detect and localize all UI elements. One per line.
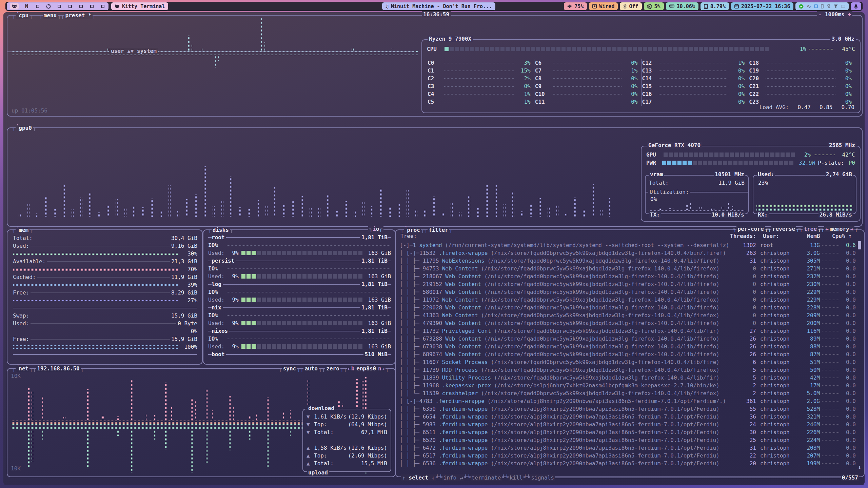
net-zero-button[interactable]: zero xyxy=(325,365,340,372)
process-row[interactable]: │ [-]─4783.ferdium-wrappe(/nix/store/a1p… xyxy=(400,397,856,405)
process-panel-title: ⁴proc xyxy=(404,227,421,233)
process-row[interactable]: │ │ ├─ 11972Web Content(/nix/store/fqadd… xyxy=(400,296,856,304)
process-row[interactable]: │ │ ├─ 673038Web Content(/nix/store/fqad… xyxy=(400,343,856,350)
workspace-5[interactable] xyxy=(56,3,62,9)
process-row[interactable]: │ │ ├─ 219152Web Content(/nix/store/fqad… xyxy=(400,280,856,288)
process-row[interactable]: │ │ ├─ 6517.ferdium-wrappe(/nix/store/a1… xyxy=(400,452,856,460)
tray-app-icon[interactable] xyxy=(814,4,818,8)
info-action[interactable]: info ↵ xyxy=(442,474,464,481)
sort-prev-button[interactable]: ← xyxy=(824,226,830,232)
process-scrollbar-thumb[interactable] xyxy=(858,241,861,249)
kill-action[interactable]: kill xyxy=(509,474,524,481)
select-down-arrow[interactable]: ↓ xyxy=(432,474,435,481)
net-prev-iface-button[interactable]: ←b xyxy=(347,365,355,372)
ram-icon xyxy=(669,4,674,8)
update-interval-control[interactable]: - 1000ms + xyxy=(817,11,852,18)
reverse-toggle[interactable]: reverse xyxy=(771,226,796,232)
tray-funnel-icon[interactable] xyxy=(834,4,838,8)
net-auto-button[interactable]: auto xyxy=(303,365,319,372)
signals-action[interactable]: signals xyxy=(530,474,555,481)
process-row[interactable]: [-]─1systemd(/run/current-system/systemd… xyxy=(400,241,856,249)
user-column-header[interactable]: User: xyxy=(763,233,779,239)
memory-indicator[interactable]: 30.06% xyxy=(666,2,698,10)
tree-toggle[interactable]: tree xyxy=(803,226,818,232)
sort-column-label: memory xyxy=(830,226,849,232)
tray-check-icon[interactable] xyxy=(799,4,804,9)
process-row[interactable]: │ │ ├─ 6520.ferdium-wrappe(/nix/store/a1… xyxy=(400,436,856,444)
process-row[interactable]: │ │ ├─ 673288Web Content(/nix/store/fqad… xyxy=(400,335,856,343)
network-indicator[interactable]: Wired xyxy=(589,2,618,10)
menu-button[interactable]: menu xyxy=(43,12,58,19)
bluetooth-indicator[interactable]: Off xyxy=(620,2,642,10)
core-cell: C115% xyxy=(427,67,534,75)
cpu-panel-title: ¹cpu xyxy=(16,12,30,19)
clock-indicator[interactable]: 2025-07-22 16:36 xyxy=(731,2,794,10)
tray-key-icon[interactable] xyxy=(827,4,831,8)
process-footer: ↑ select ↓ ┘└ info ↵ ┘└ terminate ┘└ kil… xyxy=(401,474,859,481)
process-row[interactable]: │ │ ├─ 6472.ferdium-wrappe(/nix/store/a1… xyxy=(400,444,856,452)
notification-button[interactable] xyxy=(851,2,861,10)
workspace-3[interactable] xyxy=(35,3,40,9)
select-up-arrow[interactable]: ↑ xyxy=(402,474,406,481)
process-row[interactable]: │ │ ├─ 218067Web Content(/nix/store/fqad… xyxy=(400,272,856,280)
core-cell: C220% xyxy=(748,90,855,98)
net-next-iface-button[interactable]: n→ xyxy=(377,365,386,372)
threads-column-header[interactable]: Threads: xyxy=(730,233,756,239)
active-window-button[interactable]: Kitty Terminal xyxy=(111,2,168,10)
tray-keyboard-icon[interactable] xyxy=(841,5,845,8)
interval-increase-button[interactable]: + xyxy=(848,11,851,18)
memory-row: Cached:11,9 GiB xyxy=(13,273,197,281)
terminate-action[interactable]: terminate xyxy=(471,474,502,481)
core-cell: C200% xyxy=(748,75,855,82)
workspace-kitty-icon[interactable] xyxy=(10,3,19,9)
process-row[interactable]: │ │ ├─ 6536.ferdium-wrappe(/nix/store/a1… xyxy=(400,460,856,467)
process-row[interactable]: │ [-]─11532.firefox-wrappe(/nix/store/fq… xyxy=(400,249,856,257)
disk-indicator[interactable]: 8.79% xyxy=(701,2,729,10)
mem-column-header[interactable]: MemB xyxy=(807,233,820,239)
cpu-column-header[interactable]: Cpu% ↑ xyxy=(832,233,852,239)
volume-indicator[interactable]: 75% xyxy=(564,2,587,10)
process-row[interactable]: │ │ └─ 11539crashhelper(/nix/store/fqadd… xyxy=(400,389,856,397)
select-action[interactable]: select xyxy=(409,474,428,481)
filter-button[interactable]: filter xyxy=(428,227,449,233)
process-row[interactable]: │ │ ├─ 11739RDD Process(/nix/store/fqadd… xyxy=(400,366,856,374)
process-row[interactable]: │ │ ├─ 580017Web Content(/nix/store/fqad… xyxy=(400,288,856,296)
workspace-refresh-icon[interactable] xyxy=(45,3,51,9)
process-row[interactable]: │ │ ├─ 479390Web Content(/nix/store/fqad… xyxy=(400,319,856,327)
system-tray[interactable]: ∿ xyxy=(795,2,849,10)
process-row[interactable]: │ │ ├─ 6350.ferdium-wrappe(/nix/store/a1… xyxy=(400,405,856,413)
tree-column-header[interactable]: Tree: xyxy=(400,233,417,239)
status-bar: N Kitty Terminal ♫ Minuit Machine - Don'… xyxy=(5,2,863,11)
interval-decrease-button[interactable]: - xyxy=(818,11,822,18)
workspace-nix-icon[interactable]: N xyxy=(24,3,29,9)
scroll-down-indicator[interactable]: ↓ xyxy=(858,464,861,470)
process-row[interactable]: │ │ ├─ 220028Web Content(/nix/store/fqad… xyxy=(400,304,856,311)
per-core-toggle[interactable]: per-core xyxy=(736,226,765,232)
process-row[interactable]: │ │ ├─ 11732Privileged Cont(/nix/store/f… xyxy=(400,327,856,335)
media-player-button[interactable]: ♫ Minuit Machine - Don't Run Fro... xyxy=(382,2,495,10)
sort-next-button[interactable]: → xyxy=(849,226,855,232)
process-row[interactable]: │ │ ├─ 11839Utility Process(/nix/store/f… xyxy=(400,374,856,382)
cpu-indicator[interactable]: 5% xyxy=(644,2,664,10)
process-row[interactable]: │ │ ├─ 6654.ferdium-wrappe(/nix/store/a1… xyxy=(400,413,856,421)
process-row[interactable]: │ │ ├─ 689674Web Content(/nix/store/fqad… xyxy=(400,350,856,358)
preset-button[interactable]: preset * xyxy=(64,12,93,19)
process-row[interactable]: │ │ ├─ 11607Socket Process(/nix/store/fq… xyxy=(400,358,856,366)
workspace-9[interactable] xyxy=(100,3,105,9)
workspace-8[interactable] xyxy=(89,3,95,9)
io-mode-tab[interactable]: ┐io┌ xyxy=(368,226,383,232)
memory-value: 30.06% xyxy=(677,3,695,9)
disk-used-row: Used:9%163 GiB xyxy=(208,249,391,257)
workspace-7[interactable] xyxy=(78,3,84,9)
workspace-6[interactable] xyxy=(67,3,73,9)
process-row[interactable]: │ │ ├─ 5983.ferdium-wrappe(/nix/store/a1… xyxy=(400,421,856,428)
process-row[interactable]: │ │ ├─ 11795WebExtensions(/nix/store/fqa… xyxy=(400,257,856,265)
process-row[interactable]: │ │ ├─ 11968.keepassxc-prox(/nix/store/b… xyxy=(400,382,856,389)
process-row[interactable]: │ │ ├─ 41363Web Content(/nix/store/fqadd… xyxy=(400,311,856,319)
workspace-switcher[interactable]: N xyxy=(7,2,108,10)
net-sync-button[interactable]: sync xyxy=(282,365,297,372)
process-row[interactable]: │ │ ├─ 94753Web Content(/nix/store/fqadd… xyxy=(400,265,856,272)
tray-phone-icon[interactable] xyxy=(821,4,824,8)
process-row[interactable]: │ │ ├─ 6511.ferdium-wrappe(/nix/store/a1… xyxy=(400,428,856,436)
tray-wave-icon[interactable]: ∿ xyxy=(807,3,811,9)
